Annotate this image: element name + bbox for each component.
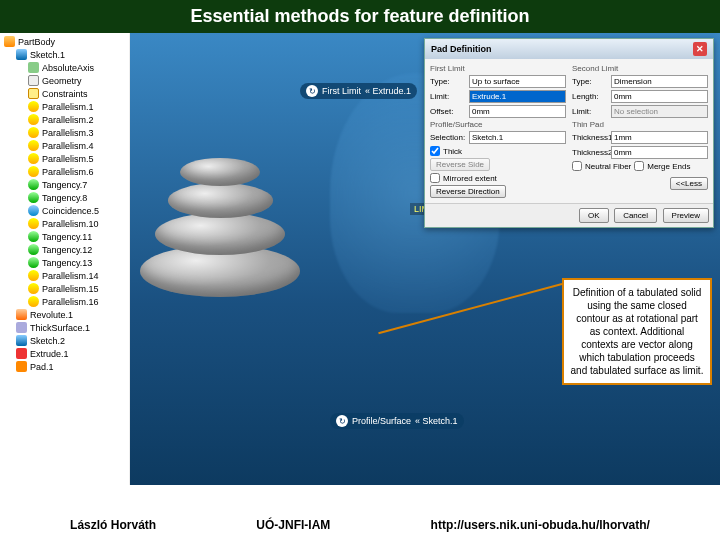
- tree-label: Constraints: [42, 89, 88, 99]
- tree-label: Geometry: [42, 76, 82, 86]
- tree-item[interactable]: Parallelism.14: [0, 269, 129, 282]
- feature-icon: [28, 179, 39, 190]
- cancel-button[interactable]: Cancel: [614, 208, 657, 223]
- feature-icon: [28, 62, 39, 73]
- tree-label: PartBody: [18, 37, 55, 47]
- tree-label: Parallelism.15: [42, 284, 99, 294]
- tree-label: Parallelism.6: [42, 167, 94, 177]
- tree-item[interactable]: Parallelism.3: [0, 126, 129, 139]
- reverse-side-button[interactable]: Reverse Side: [430, 158, 490, 171]
- feature-icon: [16, 348, 27, 359]
- feature-icon: [28, 218, 39, 229]
- tree-item[interactable]: Tangency.13: [0, 256, 129, 269]
- viewport-3d[interactable]: ↻ First Limit« Extrude.1 LIM1 ↻ Profile/…: [130, 33, 720, 485]
- tree-label: AbsoluteAxis: [42, 63, 94, 73]
- slide-footer: László Horváth UÓ-JNFI-IAM http://users.…: [0, 510, 720, 540]
- url: http://users.nik.uni-obuda.hu/lhorvath/: [431, 518, 650, 532]
- tree-label: Parallelism.14: [42, 271, 99, 281]
- selection-field[interactable]: Sketch.1: [469, 131, 566, 144]
- tree-label: Parallelism.10: [42, 219, 99, 229]
- tree-label: Revolute.1: [30, 310, 73, 320]
- tree-label: Parallelism.5: [42, 154, 94, 164]
- feature-icon: [28, 296, 39, 307]
- callout-box: Definition of a tabulated solid using th…: [562, 278, 712, 385]
- ok-button[interactable]: OK: [579, 208, 609, 223]
- tree-label: Tangency.7: [42, 180, 87, 190]
- close-icon[interactable]: ✕: [693, 42, 707, 56]
- pad-definition-dialog: Pad Definition ✕ First Limit Type:Up to …: [424, 38, 714, 228]
- tree-label: Sketch.1: [30, 50, 65, 60]
- feature-icon: [16, 322, 27, 333]
- thickness1-field[interactable]: 1mm: [611, 131, 708, 144]
- mirrored-checkbox[interactable]: [430, 173, 440, 183]
- feature-icon: [28, 192, 39, 203]
- feature-icon: [16, 361, 27, 372]
- tree-label: Tangency.12: [42, 245, 92, 255]
- limit-field[interactable]: Extrude.1: [469, 90, 566, 103]
- affiliation: UÓ-JNFI-IAM: [256, 518, 330, 532]
- tree-item[interactable]: Extrude.1: [0, 347, 129, 360]
- feature-icon: [28, 257, 39, 268]
- feature-icon: [28, 231, 39, 242]
- feature-icon: [28, 140, 39, 151]
- tree-item[interactable]: Parallelism.1: [0, 100, 129, 113]
- merge-checkbox[interactable]: [634, 161, 644, 171]
- tree-item[interactable]: Parallelism.6: [0, 165, 129, 178]
- tree-item[interactable]: Parallelism.5: [0, 152, 129, 165]
- type-1-field[interactable]: Up to surface: [469, 75, 566, 88]
- tree-label: Parallelism.16: [42, 297, 99, 307]
- feature-icon: [28, 101, 39, 112]
- reverse-direction-button[interactable]: Reverse Direction: [430, 185, 506, 198]
- tree-label: Tangency.13: [42, 258, 92, 268]
- tree-item[interactable]: Tangency.12: [0, 243, 129, 256]
- feature-icon: [28, 114, 39, 125]
- feature-icon: [28, 283, 39, 294]
- thick-checkbox[interactable]: [430, 146, 440, 156]
- feature-icon: [28, 205, 39, 216]
- tree-item[interactable]: AbsoluteAxis: [0, 61, 129, 74]
- tree-item[interactable]: Parallelism.10: [0, 217, 129, 230]
- offset-field[interactable]: 0mm: [469, 105, 566, 118]
- tree-item[interactable]: Sketch.2: [0, 334, 129, 347]
- tree-label: Extrude.1: [30, 349, 69, 359]
- tag-profile[interactable]: ↻ Profile/Surface« Sketch.1: [330, 413, 464, 429]
- tree-item[interactable]: Parallelism.15: [0, 282, 129, 295]
- feature-tree[interactable]: PartBodySketch.1AbsoluteAxisGeometryCons…: [0, 33, 130, 485]
- tree-item[interactable]: Coincidence.5: [0, 204, 129, 217]
- arrow-icon: ↻: [306, 85, 318, 97]
- limit2-field[interactable]: No selection: [611, 105, 708, 118]
- feature-icon: [28, 127, 39, 138]
- feature-icon: [28, 244, 39, 255]
- tree-label: Parallelism.2: [42, 115, 94, 125]
- length-field[interactable]: 0mm: [611, 90, 708, 103]
- tree-item[interactable]: Tangency.7: [0, 178, 129, 191]
- tree-item[interactable]: Geometry: [0, 74, 129, 87]
- tree-label: Parallelism.3: [42, 128, 94, 138]
- tree-item[interactable]: Tangency.8: [0, 191, 129, 204]
- tree-item[interactable]: Sketch.1: [0, 48, 129, 61]
- feature-icon: [28, 166, 39, 177]
- tree-item[interactable]: Parallelism.4: [0, 139, 129, 152]
- tree-item[interactable]: Revolute.1: [0, 308, 129, 321]
- less-button[interactable]: <<Less: [670, 177, 708, 190]
- tag-first-limit[interactable]: ↻ First Limit« Extrude.1: [300, 83, 417, 99]
- tree-label: Parallelism.4: [42, 141, 94, 151]
- tree-item[interactable]: Constraints: [0, 87, 129, 100]
- tree-label: Tangency.11: [42, 232, 92, 242]
- feature-icon: [4, 36, 15, 47]
- feature-icon: [28, 270, 39, 281]
- tree-label: Sketch.2: [30, 336, 65, 346]
- tree-item[interactable]: Parallelism.16: [0, 295, 129, 308]
- tree-item[interactable]: Tangency.11: [0, 230, 129, 243]
- tree-item[interactable]: PartBody: [0, 35, 129, 48]
- thickness2-field[interactable]: 0mm: [611, 146, 708, 159]
- type-2-field[interactable]: Dimension: [611, 75, 708, 88]
- dialog-titlebar[interactable]: Pad Definition ✕: [425, 39, 713, 59]
- tree-item[interactable]: Pad.1: [0, 360, 129, 373]
- preview-button[interactable]: Preview: [663, 208, 709, 223]
- feature-icon: [28, 88, 39, 99]
- tree-item[interactable]: Parallelism.2: [0, 113, 129, 126]
- feature-icon: [28, 153, 39, 164]
- tree-item[interactable]: ThickSurface.1: [0, 321, 129, 334]
- neutral-checkbox[interactable]: [572, 161, 582, 171]
